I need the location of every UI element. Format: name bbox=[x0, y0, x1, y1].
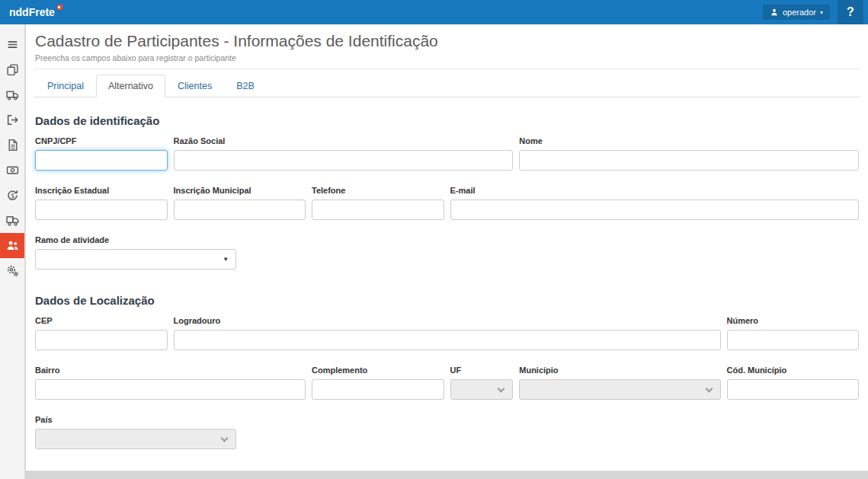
field-telefone: Telefone bbox=[312, 186, 444, 220]
form-row: Ramo de atividade ▼ bbox=[35, 235, 859, 270]
chevron-down-icon bbox=[498, 385, 505, 393]
inscricao-municipal-label: Inscrição Municipal bbox=[174, 186, 306, 195]
section-localizacao-title: Dados de Localização bbox=[35, 294, 859, 307]
cnpj-cpf-input[interactable] bbox=[35, 150, 168, 171]
cnpj-cpf-label: CNPJ/CPF bbox=[35, 136, 168, 145]
participants-icon[interactable] bbox=[0, 233, 24, 258]
telefone-label: Telefone bbox=[312, 186, 444, 195]
municipio-label: Município bbox=[519, 366, 720, 375]
field-cnpj-cpf: CNPJ/CPF bbox=[35, 136, 168, 171]
nome-label: Nome bbox=[519, 136, 859, 145]
field-logradouro: Logradouro bbox=[174, 316, 721, 350]
bairro-input[interactable] bbox=[35, 379, 306, 400]
razao-social-label: Razão Social bbox=[174, 136, 514, 145]
user-label: operador bbox=[783, 8, 816, 17]
top-bar: nddFrete operador ▾ ? bbox=[0, 0, 868, 24]
help-label: ? bbox=[847, 5, 854, 19]
sidebar: $ bbox=[0, 24, 25, 479]
section-identificacao-title: Dados de identificação bbox=[35, 114, 859, 127]
chevron-down-icon bbox=[705, 385, 713, 393]
cod-municipio-input[interactable] bbox=[727, 379, 860, 400]
form-row: CNPJ/CPF Razão Social Nome bbox=[35, 136, 859, 171]
export-icon[interactable] bbox=[0, 107, 24, 133]
uf-label: UF bbox=[450, 366, 514, 375]
field-cod-municipio: Cód. Município bbox=[727, 366, 860, 400]
bairro-label: Bairro bbox=[35, 366, 306, 375]
pais-label: País bbox=[35, 415, 236, 424]
tab-principal[interactable]: Principal bbox=[35, 75, 96, 97]
cod-municipio-label: Cód. Município bbox=[727, 366, 860, 375]
svg-text:$: $ bbox=[10, 192, 14, 200]
chevron-down-icon bbox=[221, 435, 229, 442]
inscricao-estadual-label: Inscrição Estadual bbox=[35, 186, 168, 195]
ramo-atividade-label: Ramo de atividade bbox=[35, 235, 236, 244]
app-window: nddFrete operador ▾ ? bbox=[0, 0, 868, 479]
email-input[interactable] bbox=[450, 200, 860, 220]
complemento-label: Complemento bbox=[312, 366, 444, 375]
tab-b2b[interactable]: B2B bbox=[224, 75, 267, 97]
page-subtitle: Preencha os campos abaixo para registrar… bbox=[35, 53, 859, 62]
razao-social-input[interactable] bbox=[174, 150, 514, 171]
field-uf: UF bbox=[450, 366, 514, 400]
user-menu-button[interactable]: operador ▾ bbox=[763, 5, 830, 20]
field-pais: País bbox=[35, 415, 236, 449]
cep-label: CEP bbox=[35, 316, 168, 325]
field-razao-social: Razão Social bbox=[174, 136, 514, 171]
help-button[interactable]: ? bbox=[838, 0, 863, 24]
pais-select[interactable] bbox=[35, 429, 236, 449]
field-municipio: Município bbox=[519, 366, 720, 400]
municipio-select[interactable] bbox=[519, 379, 720, 400]
form-row: Inscrição Estadual Inscrição Municipal T… bbox=[35, 186, 859, 220]
tab-clientes[interactable]: Clientes bbox=[165, 75, 224, 97]
topbar-right: operador ▾ ? bbox=[763, 0, 863, 24]
logradouro-label: Logradouro bbox=[174, 316, 721, 325]
complemento-input[interactable] bbox=[312, 379, 444, 400]
field-inscricao-municipal: Inscrição Municipal bbox=[174, 186, 306, 220]
field-inscricao-estadual: Inscrição Estadual bbox=[35, 186, 168, 220]
tab-bar: Principal Alternativo Clientes B2B bbox=[34, 75, 860, 97]
uf-select[interactable] bbox=[450, 379, 514, 400]
document-icon[interactable] bbox=[0, 133, 24, 158]
nddfrete-logo[interactable]: nddFrete bbox=[9, 6, 62, 18]
menu-icon[interactable] bbox=[0, 32, 24, 57]
settings-gears-icon[interactable] bbox=[0, 258, 24, 283]
brand-text: nddFrete bbox=[9, 6, 55, 18]
truck-icon[interactable] bbox=[0, 82, 24, 107]
telefone-input[interactable] bbox=[312, 200, 444, 220]
dropdown-arrow-icon: ▼ bbox=[223, 257, 229, 263]
field-ramo-atividade: Ramo de atividade ▼ bbox=[35, 235, 236, 270]
field-complemento: Complemento bbox=[312, 366, 444, 400]
page-header: Cadastro de Participantes - Informações … bbox=[34, 24, 860, 69]
cep-input[interactable] bbox=[35, 330, 168, 350]
banknote-icon[interactable] bbox=[0, 158, 24, 183]
field-cep: CEP bbox=[35, 316, 168, 350]
ramo-atividade-select[interactable]: ▼ bbox=[35, 249, 236, 270]
field-bairro: Bairro bbox=[35, 366, 306, 400]
user-icon bbox=[770, 8, 779, 17]
inscricao-municipal-input[interactable] bbox=[174, 200, 306, 220]
brand-flag-icon bbox=[57, 5, 62, 10]
chevron-down-icon: ▾ bbox=[820, 9, 823, 16]
logradouro-input[interactable] bbox=[174, 330, 721, 350]
page-title: Cadastro de Participantes - Informações … bbox=[35, 32, 859, 50]
numero-input[interactable] bbox=[727, 330, 860, 350]
form-row: CEP Logradouro Número bbox=[35, 316, 859, 350]
main-content: Cadastro de Participantes - Informações … bbox=[26, 24, 868, 471]
field-email: E-mail bbox=[450, 186, 860, 220]
refresh-dollar-icon[interactable]: $ bbox=[0, 183, 24, 208]
nome-input[interactable] bbox=[519, 150, 859, 171]
form-row: País bbox=[35, 415, 859, 449]
form-row: Bairro Complemento UF Município bbox=[35, 366, 859, 400]
field-nome: Nome bbox=[519, 136, 859, 171]
field-numero: Número bbox=[727, 316, 860, 350]
email-label: E-mail bbox=[450, 186, 860, 195]
inscricao-estadual-input[interactable] bbox=[35, 200, 168, 220]
numero-label: Número bbox=[727, 316, 860, 325]
tab-alternativo[interactable]: Alternativo bbox=[96, 75, 165, 97]
copy-icon[interactable] bbox=[0, 57, 24, 82]
delivery-truck-icon[interactable] bbox=[0, 208, 24, 233]
